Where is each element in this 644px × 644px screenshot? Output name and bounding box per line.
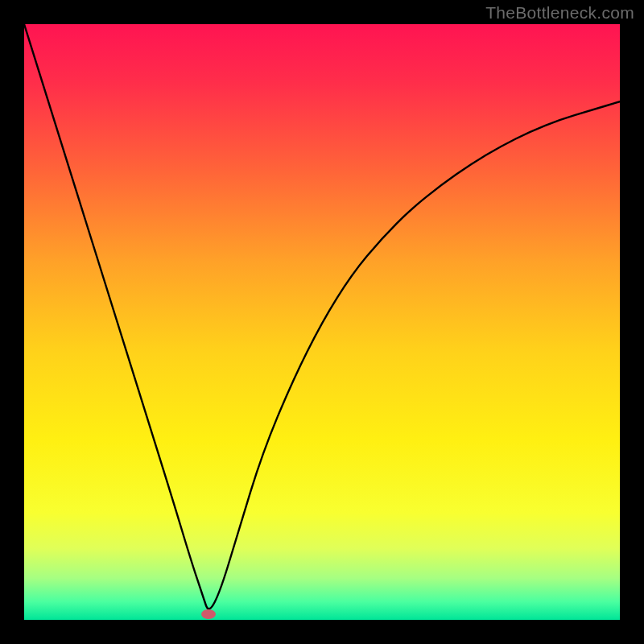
bottleneck-curve [24, 24, 620, 620]
plot-area [24, 24, 620, 620]
watermark-text: TheBottleneck.com [485, 3, 634, 23]
chart-stage: TheBottleneck.com [0, 0, 644, 644]
minimum-marker [201, 609, 216, 619]
